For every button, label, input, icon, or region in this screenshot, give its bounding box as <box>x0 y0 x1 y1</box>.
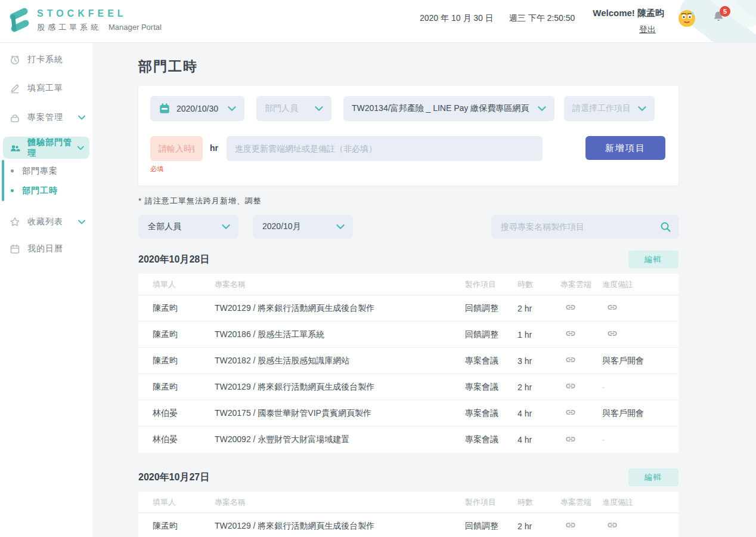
notification-badge: 5 <box>720 6 730 17</box>
filter-month-select[interactable]: 2020/10月 <box>253 215 353 239</box>
sidebar-subitem-label: 部門工時 <box>22 186 58 196</box>
edit-button[interactable]: 編輯 <box>628 251 678 268</box>
section-date: 2020年10月27日 <box>138 471 209 484</box>
logout-link[interactable]: 登出 <box>639 24 656 35</box>
cell-hours: 2 hr <box>518 521 560 531</box>
bullet-dot-icon <box>11 189 14 192</box>
sidebar-item-label: 收藏列表 <box>27 217 63 227</box>
sidebar-item-label: 填寫工單 <box>27 83 63 94</box>
project-select[interactable]: TW20134/富邦產險 _ LINE Pay 繳保費專區網頁 <box>343 96 554 121</box>
header-time: 週三 下午 2:50:50 <box>509 13 575 24</box>
sidebar-subitem-department-hours[interactable]: 部門工時 <box>0 181 92 200</box>
sidebar-item-label: 我的日曆 <box>27 243 63 254</box>
link-icon[interactable] <box>602 520 618 530</box>
sidebar-item-department-management[interactable]: 體驗部門管理 <box>3 137 89 159</box>
cell-item: 回饋調整 <box>465 303 518 314</box>
system-name: 股感工單系統 <box>37 22 101 33</box>
cell-note <box>602 328 678 341</box>
timesheet-table: 填單人 專案名稱 製作項目 時數 專案雲端 進度備註 陳孟昀 TW20129 /… <box>138 274 678 453</box>
column-header: 填單人 <box>153 497 215 508</box>
chevron-down-icon <box>77 217 86 227</box>
cell-cloud <box>560 520 602 532</box>
search-box <box>491 215 678 239</box>
user-avatar[interactable] <box>677 9 696 28</box>
table-row: 林伯晏 TW20092 / 永豐財管大財富場域建置 專案會議 4 hr - <box>138 427 678 453</box>
sidebar-item-punch-clock[interactable]: 打卡系統 <box>0 50 92 69</box>
link-icon[interactable] <box>560 434 576 445</box>
cell-project: TW20129 / 將來銀行活動網頁生成後台製作 <box>215 303 465 314</box>
date-select[interactable]: 2020/10/30 <box>150 96 244 121</box>
table-row: 陳孟昀 TW20182 / 股感生活股感知識庫網站 專案會議 3 hr 與客戶開… <box>138 348 678 374</box>
staff-select-placeholder: 部門人員 <box>265 103 298 114</box>
staff-select[interactable]: 部門人員 <box>256 96 331 121</box>
cross-month-notice: * 請注意工單無法跨月新增、調整 <box>138 196 756 206</box>
column-header: 填單人 <box>153 279 215 290</box>
link-icon[interactable] <box>560 381 576 391</box>
link-icon[interactable] <box>560 407 576 418</box>
link-icon[interactable] <box>560 302 576 313</box>
hours-input[interactable] <box>150 136 203 161</box>
cell-cloud <box>560 302 602 314</box>
link-icon[interactable] <box>560 328 576 339</box>
column-header: 進度備註 <box>602 497 678 508</box>
note-text: - <box>602 382 605 392</box>
cell-cloud <box>560 354 602 367</box>
cell-cloud <box>560 381 602 393</box>
search-input[interactable] <box>501 222 659 232</box>
sidebar-item-fill-worksheet[interactable]: 填寫工單 <box>0 79 92 98</box>
add-item-button[interactable]: 新增項目 <box>585 136 665 160</box>
cell-hours: 1 hr <box>518 330 560 340</box>
timesheet-table: 填單人 專案名稱 製作項目 時數 專案雲端 進度備註 陳孟昀 TW20129 /… <box>138 492 678 537</box>
cell-hours: 2 hr <box>518 382 560 392</box>
sidebar-subitem-department-projects[interactable]: 部門專案 <box>0 161 92 181</box>
new-entry-card: 2020/10/30 部門人員 TW20134/富邦產險 _ LINE Pay … <box>138 86 678 186</box>
sidebar: 打卡系統 填寫工單 專案管理 體驗部門管理 部門專案 部門工時 收藏列表 我的日… <box>0 43 92 537</box>
cell-hours: 4 hr <box>518 409 560 418</box>
sidebar-item-project-management[interactable]: 專案管理 <box>0 108 92 127</box>
chevron-down-icon <box>227 103 237 114</box>
sidebar-item-favorites[interactable]: 收藏列表 <box>0 212 92 232</box>
cell-hours: 2 hr <box>518 304 560 313</box>
cell-item: 回饋調整 <box>465 521 518 532</box>
link-icon[interactable] <box>602 302 618 313</box>
note-text: 與客戶開會 <box>602 408 644 418</box>
filter-staff-select[interactable]: 全部人員 <box>138 215 238 239</box>
filter-staff-value: 全部人員 <box>148 221 181 232</box>
column-header: 製作項目 <box>465 497 518 508</box>
sidebar-item-label: 專案管理 <box>27 112 63 123</box>
main-content: 部門工時 2020/10/30 部門人員 TW20134/富邦產險 _ LINE… <box>92 43 756 537</box>
cell-item: 專案會議 <box>465 382 518 393</box>
link-icon[interactable] <box>560 354 576 365</box>
link-icon[interactable] <box>602 328 618 339</box>
progress-note-input[interactable] <box>227 136 543 161</box>
filter-month-value: 2020/10月 <box>262 221 301 232</box>
calendar-teal-icon <box>159 103 171 115</box>
cell-note <box>602 302 678 314</box>
column-header: 專案雲端 <box>560 497 602 508</box>
chevron-down-icon <box>77 113 86 122</box>
task-select[interactable]: 請選擇工作項目 <box>564 96 655 121</box>
stockfeel-logo <box>8 7 31 33</box>
sidebar-subitem-label: 部門專案 <box>22 166 58 177</box>
header-date: 2020 年 10 月 30 日 <box>420 13 494 24</box>
cell-note: 與客戶開會 <box>602 356 678 366</box>
briefcase-icon <box>10 112 20 123</box>
section-date: 2020年10月28日 <box>138 254 209 266</box>
app-header: STOCKFEEL 股感工單系統 Manager Portal 2020 年 1… <box>0 0 756 43</box>
edit-button[interactable]: 編輯 <box>628 468 678 486</box>
link-icon[interactable] <box>560 520 576 530</box>
search-icon[interactable] <box>659 221 671 233</box>
note-text: - <box>602 435 605 445</box>
chevron-down-icon <box>221 221 231 232</box>
brand: STOCKFEEL 股感工單系統 Manager Portal <box>8 7 162 33</box>
column-header: 進度備註 <box>602 279 678 290</box>
notifications-button[interactable]: 5 <box>712 10 725 26</box>
cell-person: 陳孟昀 <box>153 382 215 393</box>
cell-item: 專案會議 <box>465 356 518 366</box>
sidebar-item-my-calendar[interactable]: 我的日曆 <box>0 239 92 258</box>
day-section-header: 2020年10月27日 編輯 <box>138 468 678 486</box>
portal-label: Manager Portal <box>109 23 162 32</box>
column-header: 時數 <box>518 279 560 290</box>
project-select-value: TW20134/富邦產險 _ LINE Pay 繳保費專區網頁 <box>352 103 529 114</box>
table-row: 林伯晏 TW20175 / 國泰世華財管VIP貴賓網頁製作 專案會議 4 hr … <box>138 400 678 427</box>
